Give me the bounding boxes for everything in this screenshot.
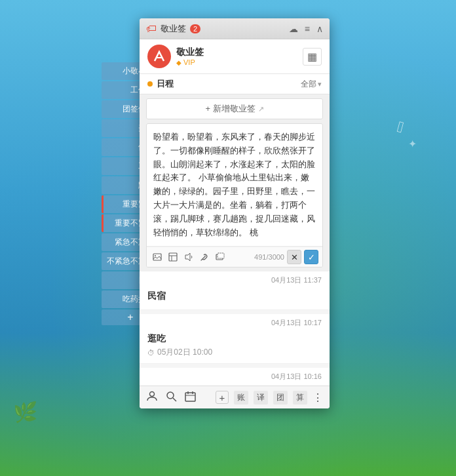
- clock-icon-2: ⏱: [147, 349, 155, 357]
- app-window: 🏷 敬业签 2 ☁ ≡ ∧ 敬业签 ◆ VIP: [140, 18, 330, 408]
- svg-point-9: [150, 392, 155, 397]
- note-cancel-button[interactable]: ✕: [287, 250, 301, 264]
- title-bar-title: 敬业签: [161, 23, 186, 35]
- list-item-time-2: ⏱ 05月02日 10:00: [147, 347, 322, 358]
- list-section-2: 04月13日 10:17 逛吃 ⏱ 05月02日 10:00: [140, 314, 330, 364]
- app-name-block: 敬业签 ◆ VIP: [176, 47, 204, 66]
- calc-icon[interactable]: 算: [293, 391, 307, 405]
- svg-rect-8: [218, 253, 224, 258]
- app-name: 敬业签: [176, 47, 204, 58]
- calendar-bottom-icon[interactable]: [185, 391, 196, 405]
- app-header-left: 敬业签 ◆ VIP: [147, 45, 204, 68]
- list-item-2[interactable]: 逛吃 ⏱ 05月02日 10:00: [140, 329, 330, 364]
- list-item-title-2: 逛吃: [147, 333, 322, 345]
- svg-line-11: [173, 398, 176, 401]
- account-icon[interactable]: 账: [234, 391, 248, 405]
- menu-icon[interactable]: ≡: [305, 24, 310, 34]
- svg-line-6: [203, 256, 206, 258]
- add-note-arrow-icon: ↗: [258, 105, 264, 113]
- bottom-toolbar-left: [146, 390, 196, 405]
- add-bottom-icon[interactable]: +: [216, 391, 229, 404]
- title-bar-right: ☁ ≡ ∧: [289, 24, 323, 34]
- list-item-date-2: 04月13日 10:17: [140, 314, 330, 329]
- toolbar-icon-link[interactable]: [198, 250, 211, 264]
- user-icon[interactable]: [146, 390, 158, 405]
- schedule-dot: [147, 81, 153, 87]
- schedule-header: 日程 全部 ▾: [140, 74, 330, 94]
- toolbar-icon-image1[interactable]: [151, 250, 164, 264]
- app-logo: [147, 45, 171, 68]
- vip-badge: ◆ VIP: [176, 58, 204, 66]
- diamond-icon: ◆: [176, 59, 181, 66]
- minimize-icon[interactable]: ∧: [316, 24, 323, 34]
- butterfly2-decoration: ✦: [408, 138, 417, 150]
- note-text[interactable]: 盼望着，盼望着，东风来了，春天的脚步近了。一切都像刚睡醒的样子，欣欣然张开了眼。…: [147, 124, 322, 247]
- bottom-toolbar-right: + 账 译 团 算 ⋮: [216, 391, 323, 405]
- list-section-1: 04月13日 11:37 民宿: [140, 271, 330, 310]
- search-icon[interactable]: [166, 391, 177, 405]
- title-bar: 🏷 敬业签 2 ☁ ≡ ∧: [140, 18, 330, 39]
- svg-marker-5: [185, 253, 190, 261]
- list-item-title-1: 民宿: [147, 290, 322, 302]
- list-item-date-1: 04月13日 11:37: [140, 271, 330, 287]
- toolbar-icon-image2[interactable]: [166, 250, 180, 264]
- schedule-all-container: 全部 ▾: [301, 79, 322, 90]
- char-count: 491/3000: [254, 253, 284, 261]
- list-item-1[interactable]: 民宿: [140, 287, 330, 310]
- svg-point-1: [155, 255, 156, 256]
- add-note-button[interactable]: + 新增敬业签 ↗: [146, 98, 323, 119]
- main-content[interactable]: 盼望着，盼望着，东风来了，春天的脚步近了。一切都像刚睡醒的样子，欣欣然张开了眼。…: [140, 123, 330, 386]
- dropdown-icon[interactable]: ▾: [318, 80, 322, 89]
- weather-icon[interactable]: ☁: [289, 24, 298, 34]
- note-confirm-button[interactable]: ✓: [304, 250, 318, 264]
- toolbar-icon-audio[interactable]: [182, 250, 195, 264]
- active-note: 盼望着，盼望着，东风来了，春天的脚步近了。一切都像刚睡醒的样子，欣欣然张开了眼。…: [146, 123, 323, 268]
- team-icon[interactable]: 团: [273, 391, 288, 405]
- translate-icon[interactable]: 译: [254, 391, 268, 405]
- list-section-3: 04月13日 10:16 逛夜景 ⏱ 05月01日 19:00: [140, 368, 330, 386]
- schedule-title: 日程: [157, 78, 174, 90]
- svg-rect-12: [185, 393, 195, 401]
- title-bar-left: 🏷 敬业签 2: [146, 23, 200, 35]
- notification-badge: 2: [190, 24, 200, 33]
- leaf-decoration: 🌿: [13, 401, 37, 424]
- list-item-date-3: 04月13日 10:16: [140, 368, 330, 383]
- calendar-button[interactable]: ▦: [303, 48, 322, 66]
- schedule-all-button[interactable]: 全部: [301, 79, 316, 90]
- list-item-time-label-2: 05月02日 10:00: [157, 347, 212, 358]
- add-note-label: + 新增敬业签: [205, 103, 255, 115]
- toolbar-icon-image3[interactable]: [214, 250, 227, 264]
- app-logo-small: 🏷: [146, 23, 157, 35]
- bottom-toolbar: + 账 译 团 算 ⋮: [140, 386, 330, 408]
- app-header: 敬业签 ◆ VIP ▦: [140, 39, 330, 74]
- vip-label: VIP: [183, 58, 195, 66]
- note-toolbar: 491/3000 ✕ ✓: [147, 247, 322, 267]
- more-icon[interactable]: ⋮: [313, 391, 323, 404]
- svg-point-10: [167, 392, 174, 399]
- svg-rect-2: [169, 253, 177, 261]
